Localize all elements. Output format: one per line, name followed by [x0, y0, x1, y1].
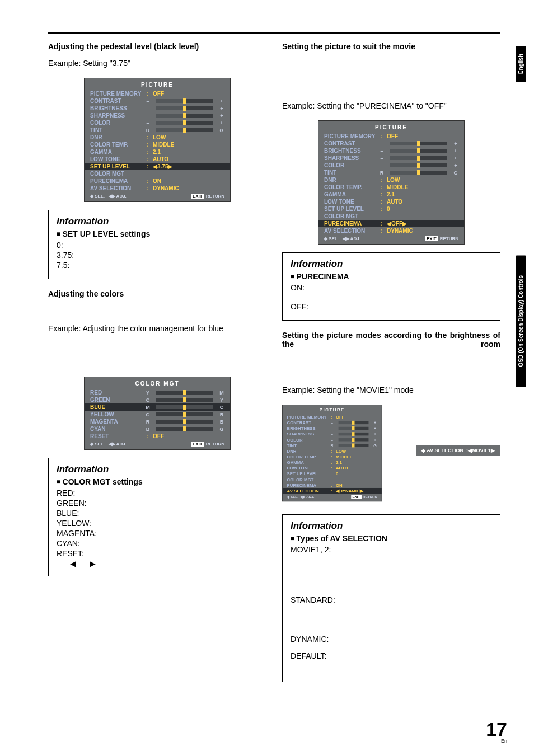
info-subheader: SET UP LEVEL settings: [57, 229, 258, 238]
osd-row-cyan: CYAN: [90, 426, 142, 432]
info-header: Information: [291, 520, 492, 532]
tab-english: English: [516, 46, 526, 82]
info-subheader: COLOR MGT settings: [57, 477, 258, 486]
osd-title: COLOR MGT: [85, 379, 230, 389]
osd-row-red: RED: [90, 389, 142, 396]
info-line: STANDARD:: [291, 595, 492, 604]
info-header: Information: [291, 259, 492, 270]
osd-row-colortemp: COLOR TEMP.: [90, 142, 142, 148]
osd-row-avselection: AV SELECTION: [287, 489, 327, 494]
osd-footer: ◆ SEL. ◀▶ ADJ. EXITRETURN: [318, 234, 464, 244]
osd-row-contrast: CONTRAST: [90, 98, 142, 104]
info-header: Information: [57, 464, 258, 475]
info-line: GREEN:: [57, 499, 258, 508]
osd-row-blue: BLUE: [90, 404, 142, 410]
osd-row-purecinema: PURECINEMA: [90, 178, 142, 184]
heading-picture-modes: Setting the picture modes according to t…: [282, 331, 500, 349]
arrows-icon: ◀▶: [57, 559, 258, 568]
page-number: 17 En: [486, 719, 507, 744]
info-line: CYAN:: [57, 539, 258, 548]
osd-picture-purecinema: PICTURE PICTURE MEMORY:OFF CONTRAST–+ BR…: [318, 120, 465, 245]
example-text: Example: Adjusting the color management …: [48, 324, 266, 333]
osd-row-sharpness: SHARPNESS: [90, 112, 142, 119]
osd-picture-avselection: PICTURE PICTURE MEMORY:OFF CONTRAST–+ BR…: [282, 405, 382, 501]
info-line: MOVIE1, 2:: [291, 545, 492, 554]
info-box-purecinema: Information PURECINEMA ON: OFF:: [282, 252, 500, 321]
side-tabs: English OSD (On Screen Display) Controls: [516, 46, 526, 387]
osd-row-avselection: AV SELECTION: [90, 185, 142, 191]
info-line: BLUE:: [57, 509, 258, 518]
heading-pedestal: Adjusting the pedestal level (black leve…: [48, 42, 266, 51]
info-line: YELLOW:: [57, 519, 258, 528]
heading-colors: Adjusting the colors: [48, 289, 266, 298]
info-line: DYNAMIC:: [291, 635, 492, 644]
heading-movie: Setting the picture to suit the movie: [282, 42, 500, 51]
osd-row-color: COLOR: [90, 120, 142, 126]
tab-osd-controls: OSD (On Screen Display) Controls: [516, 255, 526, 387]
info-header: Information: [57, 216, 258, 227]
info-box-colormgt: Information COLOR MGT settings RED: GREE…: [48, 458, 266, 576]
example-text: Example: Setting "3.75": [48, 59, 266, 68]
osd-title: PICTURE: [318, 123, 464, 133]
osd-row-reset: RESET: [90, 433, 142, 439]
info-line: OFF:: [291, 302, 492, 311]
top-rule: [48, 32, 500, 34]
osd-row-yellow: YELLOW: [90, 411, 142, 417]
av-selection-popup: ◆ AV SELECTION :◀MOVIE1▶: [416, 445, 500, 456]
osd-row-picture-memory: PICTURE MEMORY: [90, 91, 142, 97]
info-line: MAGENTA:: [57, 529, 258, 538]
info-box-avselection: Information Types of AV SELECTION MOVIE1…: [282, 514, 500, 682]
info-line: RED:: [57, 489, 258, 497]
osd-colormgt: COLOR MGT REDYM GREENCY BLUEMC YELLOWGR …: [84, 377, 231, 450]
osd-row-tint: TINT: [90, 127, 142, 133]
info-subheader: Types of AV SELECTION: [291, 534, 492, 543]
example-text: Example: Setting the "PURECINEMA" to "OF…: [282, 101, 500, 110]
example-text: Example: Setting the "MOVIE1" mode: [282, 386, 500, 395]
info-subheader: PURECINEMA: [291, 272, 492, 281]
info-line: RESET:: [57, 549, 258, 558]
osd-row-purecinema: PURECINEMA: [324, 220, 376, 227]
osd-row-lowtone: LOW TONE: [90, 156, 142, 162]
osd-footer: ◆ SEL. ◀▶ ADJ. EXITRETURN: [85, 440, 230, 449]
right-column: Setting the picture to suit the movie Ex…: [282, 39, 500, 692]
info-line: 0:: [57, 241, 258, 250]
info-line: 3.75:: [57, 251, 258, 260]
osd-row-green: GREEN: [90, 397, 142, 403]
osd-row-brightness: BRIGHTNESS: [90, 105, 142, 111]
osd-title: PICTURE: [85, 81, 230, 90]
manual-page: English OSD (On Screen Display) Controls…: [0, 0, 534, 756]
osd-row-setuplevel: SET UP LEVEL: [90, 163, 142, 170]
slider: [156, 99, 213, 103]
info-line: 7.5:: [57, 261, 258, 270]
osd-av-wrap: PICTURE PICTURE MEMORY:OFF CONTRAST–+ BR…: [282, 405, 500, 529]
left-column: Adjusting the pedestal level (black leve…: [48, 39, 266, 692]
osd-footer: ◆ SEL. ◀▶ ADJ. EXITRETURN: [85, 192, 230, 201]
osd-row-colormgt: COLOR MGT: [90, 171, 142, 177]
info-box-setuplevel: Information SET UP LEVEL settings 0: 3.7…: [48, 210, 266, 279]
osd-row-gamma: GAMMA: [90, 149, 142, 155]
osd-row-dnr: DNR: [90, 134, 142, 140]
info-line: ON:: [291, 283, 492, 292]
osd-row-magenta: MAGENTA: [90, 419, 142, 425]
osd-picture-setup: PICTURE PICTURE MEMORY:OFF CONTRAST–+ BR…: [84, 78, 231, 202]
info-line: DEFAULT:: [291, 651, 492, 660]
